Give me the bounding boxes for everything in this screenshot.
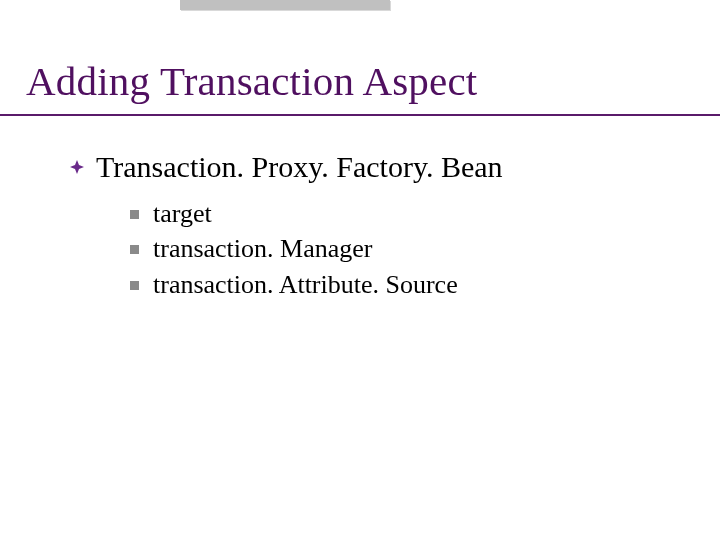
bullet-level2-text: transaction. Attribute. Source xyxy=(153,270,458,300)
bullet-level2-text: transaction. Manager xyxy=(153,234,372,264)
bullet-level2: transaction. Manager xyxy=(130,234,680,264)
top-grey-bar xyxy=(180,0,390,10)
bullet-level2: transaction. Attribute. Source xyxy=(130,270,680,300)
square-bullet-icon xyxy=(130,245,139,254)
dotted-band xyxy=(0,16,720,60)
slide-title: Adding Transaction Aspect xyxy=(26,60,477,103)
slide: Adding Transaction Aspect Transaction. P… xyxy=(0,0,720,540)
square-bullet-icon xyxy=(130,210,139,219)
bullet-level2-text: target xyxy=(153,199,212,229)
diamond-bullet-icon xyxy=(70,160,84,174)
title-underline xyxy=(0,114,720,116)
bullet-level1: Transaction. Proxy. Factory. Bean xyxy=(70,150,680,185)
content-area: Transaction. Proxy. Factory. Bean target… xyxy=(70,150,680,306)
bullet-level1-text: Transaction. Proxy. Factory. Bean xyxy=(96,150,503,185)
bullet-level2-group: target transaction. Manager transaction.… xyxy=(130,199,680,301)
svg-marker-0 xyxy=(70,160,84,174)
bullet-level2: target xyxy=(130,199,680,229)
square-bullet-icon xyxy=(130,281,139,290)
